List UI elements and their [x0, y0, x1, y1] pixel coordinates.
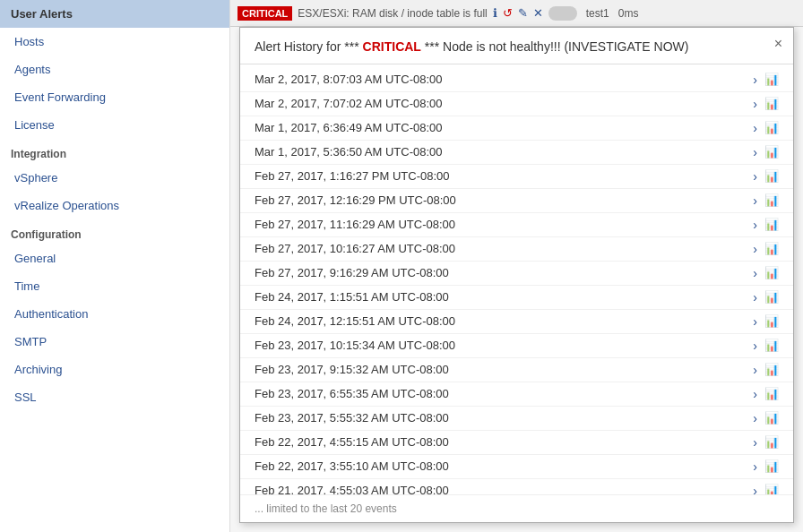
alert-timestamp: Feb 27, 2017, 9:16:29 AM UTC-08:00 — [255, 266, 753, 279]
alert-row[interactable]: Feb 27, 2017, 9:16:29 AM UTC-08:00›📊 — [240, 262, 793, 286]
sidebar-item-archiving[interactable]: Archiving — [0, 356, 229, 383]
alert-row[interactable]: Feb 27, 2017, 11:16:29 AM UTC-08:00›📊 — [240, 213, 793, 237]
chevron-right-icon: › — [753, 290, 757, 305]
chart-icon: 📊 — [764, 73, 779, 86]
dismiss-icon[interactable]: ✕ — [533, 6, 543, 20]
alert-timestamp: Feb 22, 2017, 3:55:10 AM UTC-08:00 — [255, 459, 753, 473]
chevron-right-icon: › — [753, 314, 757, 329]
alert-timestamp: Feb 23, 2017, 5:55:32 AM UTC-08:00 — [255, 411, 753, 425]
chevron-right-icon: › — [753, 145, 757, 159]
alert-timestamp: Feb 23, 2017, 6:55:35 AM UTC-08:00 — [255, 387, 753, 400]
chart-icon: 📊 — [764, 169, 779, 183]
chart-icon: 📊 — [764, 435, 779, 449]
chevron-right-icon: › — [753, 169, 757, 184]
title-prefix: Alert History for *** — [255, 39, 363, 54]
alert-timestamp: Feb 23, 2017, 9:15:32 AM UTC-08:00 — [255, 363, 753, 376]
chart-icon: 📊 — [764, 193, 779, 207]
chevron-right-icon: › — [753, 339, 757, 353]
alert-timestamp: Mar 1, 2017, 5:36:50 AM UTC-08:00 — [255, 145, 753, 159]
title-critical: CRITICAL — [363, 39, 421, 54]
modal-title: Alert History for *** CRITICAL *** Node … — [255, 39, 779, 56]
title-suffix: *** Node is not healthy!!! (INVESTIGATE … — [421, 39, 689, 54]
sidebar-item-agents[interactable]: Agents — [0, 56, 229, 83]
alert-row[interactable]: Feb 21, 2017, 4:55:03 AM UTC-08:00›📊 — [240, 479, 793, 494]
sidebar-item-general[interactable]: General — [0, 245, 229, 272]
sidebar: User AlertsHostsAgentsEvent ForwardingLi… — [0, 0, 230, 532]
sidebar-item-vrealize-operations[interactable]: vRealize Operations — [0, 192, 229, 219]
alert-row[interactable]: Mar 2, 2017, 7:07:02 AM UTC-08:00›📊 — [240, 92, 793, 116]
modal-close-button[interactable]: × — [774, 37, 782, 51]
chart-icon: 📊 — [764, 97, 779, 110]
chevron-right-icon: › — [753, 411, 757, 425]
toggle-switch[interactable] — [548, 6, 577, 21]
chart-icon: 📊 — [764, 387, 779, 400]
response-time: 0ms — [618, 7, 639, 20]
chevron-right-icon: › — [753, 73, 757, 87]
modal-footer: ... limited to the last 20 events — [240, 494, 793, 522]
chart-icon: 📊 — [764, 145, 779, 159]
alert-history-modal: Alert History for *** CRITICAL *** Node … — [239, 27, 794, 523]
modal-body: Mar 2, 2017, 8:07:03 AM UTC-08:00›📊Mar 2… — [240, 64, 793, 494]
alert-row[interactable]: Feb 27, 2017, 1:16:27 PM UTC-08:00›📊 — [240, 165, 793, 189]
info-icon[interactable]: ℹ — [493, 6, 497, 20]
sidebar-group-integration: Integration — [0, 139, 229, 164]
sidebar-item-license[interactable]: License — [0, 111, 229, 139]
top-bar: CRITICAL ESX/ESXi: RAM disk / inode tabl… — [230, 0, 803, 27]
sidebar-item-hosts[interactable]: Hosts — [0, 28, 229, 56]
alert-timestamp: Mar 2, 2017, 7:07:02 AM UTC-08:00 — [255, 97, 753, 110]
sidebar-item-time[interactable]: Time — [0, 272, 229, 300]
alert-row[interactable]: Feb 23, 2017, 5:55:32 AM UTC-08:00›📊 — [240, 407, 793, 431]
chart-icon: 📊 — [764, 339, 779, 352]
alert-row[interactable]: Feb 27, 2017, 10:16:27 AM UTC-08:00›📊 — [240, 237, 793, 262]
main-content: CRITICAL ESX/ESXi: RAM disk / inode tabl… — [230, 0, 803, 532]
chart-icon: 📊 — [764, 121, 779, 134]
chevron-right-icon: › — [753, 193, 757, 208]
chart-icon: 📊 — [764, 266, 779, 279]
chart-icon: 📊 — [764, 411, 779, 425]
alert-row[interactable]: Feb 23, 2017, 10:15:34 AM UTC-08:00›📊 — [240, 334, 793, 358]
chevron-right-icon: › — [753, 121, 757, 135]
alert-row[interactable]: Mar 1, 2017, 5:36:50 AM UTC-08:00›📊 — [240, 141, 793, 165]
alert-row[interactable]: Feb 24, 2017, 12:15:51 AM UTC-08:00›📊 — [240, 310, 793, 334]
chevron-right-icon: › — [753, 97, 757, 111]
edit-icon[interactable]: ✎ — [518, 6, 528, 20]
alert-timestamp: Mar 1, 2017, 6:36:49 AM UTC-08:00 — [255, 121, 753, 134]
alert-timestamp: Feb 22, 2017, 4:55:15 AM UTC-08:00 — [255, 435, 753, 449]
chevron-right-icon: › — [753, 484, 757, 494]
chevron-right-icon: › — [753, 266, 757, 280]
alert-row[interactable]: Feb 22, 2017, 4:55:15 AM UTC-08:00›📊 — [240, 431, 793, 455]
sidebar-item-authentication[interactable]: Authentication — [0, 300, 229, 328]
sidebar-header: User Alerts — [0, 0, 229, 28]
chart-icon: 📊 — [764, 363, 779, 376]
history-icon[interactable]: ↺ — [503, 6, 513, 20]
alert-timestamp: Feb 27, 2017, 10:16:27 AM UTC-08:00 — [255, 242, 753, 255]
chart-icon: 📊 — [764, 242, 779, 255]
chevron-right-icon: › — [753, 218, 757, 232]
chart-icon: 📊 — [764, 290, 779, 304]
alert-timestamp: Feb 24, 2017, 12:15:51 AM UTC-08:00 — [255, 314, 753, 328]
alert-timestamp: Feb 24, 2017, 1:15:51 AM UTC-08:00 — [255, 290, 753, 304]
chevron-right-icon: › — [753, 435, 757, 450]
alert-row[interactable]: Mar 1, 2017, 6:36:49 AM UTC-08:00›📊 — [240, 116, 793, 141]
chevron-right-icon: › — [753, 459, 757, 474]
sidebar-item-smtp[interactable]: SMTP — [0, 328, 229, 356]
alert-row[interactable]: Feb 24, 2017, 1:15:51 AM UTC-08:00›📊 — [240, 286, 793, 310]
chevron-right-icon: › — [753, 363, 757, 377]
sidebar-group-configuration: Configuration — [0, 219, 229, 245]
alert-row[interactable]: Feb 22, 2017, 3:55:10 AM UTC-08:00›📊 — [240, 455, 793, 479]
sidebar-item-event-forwarding[interactable]: Event Forwarding — [0, 83, 229, 111]
alert-row[interactable]: Feb 27, 2017, 12:16:29 PM UTC-08:00›📊 — [240, 189, 793, 213]
alert-row[interactable]: Feb 23, 2017, 9:15:32 AM UTC-08:00›📊 — [240, 358, 793, 382]
alert-timestamp: Mar 2, 2017, 8:07:03 AM UTC-08:00 — [255, 73, 753, 86]
chevron-right-icon: › — [753, 387, 757, 401]
chart-icon: 📊 — [764, 218, 779, 231]
sidebar-item-ssl[interactable]: SSL — [0, 383, 229, 411]
chart-icon: 📊 — [764, 314, 779, 328]
alert-timestamp: Feb 27, 2017, 1:16:27 PM UTC-08:00 — [255, 169, 753, 183]
alert-row[interactable]: Mar 2, 2017, 8:07:03 AM UTC-08:00›📊 — [240, 68, 793, 92]
chart-icon: 📊 — [764, 459, 779, 473]
sidebar-item-vsphere[interactable]: vSphere — [0, 164, 229, 192]
chart-icon: 📊 — [764, 484, 779, 494]
alert-row[interactable]: Feb 23, 2017, 6:55:35 AM UTC-08:00›📊 — [240, 382, 793, 407]
alert-description: ESX/ESXi: RAM disk / inode table is full — [298, 7, 487, 20]
